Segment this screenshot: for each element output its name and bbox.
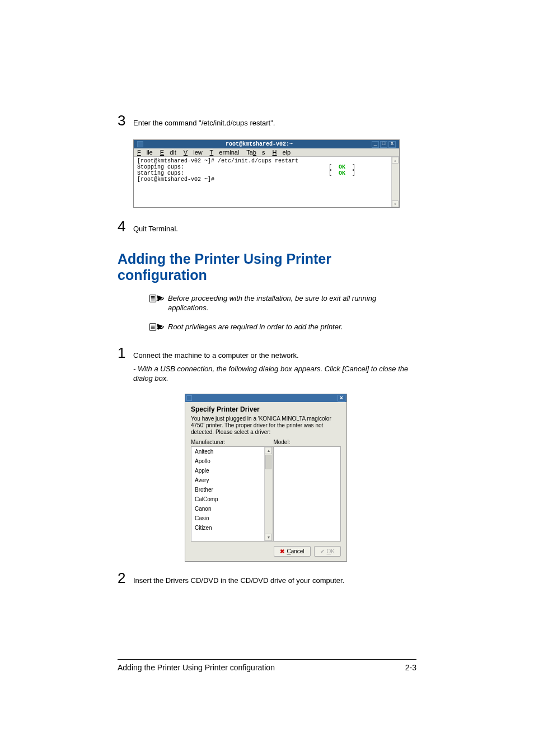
maximize-icon: □ (380, 141, 387, 148)
scroll-up-icon: ▴ (265, 447, 272, 454)
note-2-text: Root privileges are required in order to… (168, 321, 343, 334)
note-icon (149, 321, 168, 334)
note-1-text: Before proceeding with the installation,… (168, 292, 416, 313)
terminal-menubar: File Edit View Terminal Tabs Help (134, 148, 399, 157)
list-item: Citizen (191, 523, 273, 533)
list-item: Brother (191, 485, 273, 494)
terminal-title: root@kmtshared-v02:~ (147, 141, 372, 147)
svg-rect-5 (149, 323, 156, 330)
footer-left: Adding the Printer Using Printer configu… (118, 663, 275, 672)
terminal-title-icon (137, 141, 143, 147)
driver-dialog-screenshot: × Specify Printer Driver You have just p… (185, 394, 416, 562)
terminal-body: [root@kmtshared-v02 ~]# /etc/init.d/cups… (134, 157, 399, 207)
model-label: Model: (273, 439, 341, 445)
list-item: Anitech (191, 447, 273, 456)
section-heading: Adding the Printer Using Printer configu… (118, 251, 416, 283)
dialog-heading: Specify Printer Driver (185, 402, 346, 416)
list-item: Casio (191, 514, 273, 523)
ok-button: ✔ OK (314, 546, 341, 557)
step-4: 4 Quit Terminal. (118, 218, 416, 235)
list-scrollbar: ▴ ▾ (264, 447, 273, 541)
menu-tabs: Tabs (246, 149, 265, 156)
scroll-down-icon: ▾ (392, 200, 399, 207)
menu-view: View (184, 149, 203, 156)
dialog-title-icon (186, 395, 192, 401)
step-4-number: 4 (118, 218, 133, 235)
list-item: Canon (191, 504, 273, 514)
terminal-line-4: [root@kmtshared-v02 ~]# (137, 176, 396, 183)
minimize-icon: _ (372, 141, 379, 148)
list-item: Apollo (191, 456, 273, 466)
terminal-line-1: [root@kmtshared-v02 ~]# /etc/init.d/cups… (137, 158, 396, 164)
terminal-line-2: Stopping cups: [ OK ] (137, 164, 396, 170)
terminal-screenshot: root@kmtshared-v02:~ _ □ X File Edit Vie… (133, 139, 400, 208)
step-1-number: 1 (118, 344, 133, 362)
dialog-titlebar: × (185, 394, 346, 402)
dialog-description: You have just plugged in a 'KONICA MINOL… (185, 416, 346, 439)
menu-terminal: Terminal (210, 149, 240, 156)
step-3-number: 3 (118, 112, 133, 129)
scroll-down-icon: ▾ (265, 534, 272, 541)
page-footer: Adding the Printer Using Printer configu… (118, 659, 416, 672)
svg-rect-0 (149, 295, 156, 302)
note-exit-apps: Before proceeding with the installation,… (149, 292, 416, 313)
scroll-up-icon: ▴ (392, 157, 399, 164)
close-icon: X (388, 141, 396, 148)
list-item: Avery (191, 475, 273, 485)
list-item: CalComp (191, 494, 273, 504)
model-list (273, 446, 341, 542)
menu-file: File (137, 149, 153, 156)
step-3: 3 Enter the command "/etc/init.d/cups re… (118, 112, 416, 129)
step-1-text: Connect the machine to a computer or the… (133, 348, 416, 360)
manufacturer-label: Manufacturer: (191, 439, 273, 445)
note-root-priv: Root privileges are required in order to… (149, 321, 416, 334)
footer-right: 2-3 (405, 663, 416, 672)
dialog-close-icon: × (338, 395, 345, 402)
menu-edit: Edit (160, 149, 176, 156)
terminal-scrollbar: ▴ ▾ (391, 157, 399, 207)
cancel-button: ✖ Cancel (274, 546, 310, 557)
step-2-text: Insert the Drivers CD/DVD in the CD/DVD … (133, 573, 416, 585)
step-2-number: 2 (118, 570, 133, 587)
list-item: Apple (191, 466, 273, 475)
cancel-button-label: Cancel (287, 548, 304, 554)
ok-check-icon: ✔ (320, 548, 325, 554)
step-4-text: Quit Terminal. (133, 221, 416, 233)
step-2: 2 Insert the Drivers CD/DVD in the CD/DV… (118, 570, 416, 587)
manufacturer-list: Anitech Apollo Apple Avery Brother CalCo… (191, 446, 273, 542)
terminal-titlebar: root@kmtshared-v02:~ _ □ X (134, 140, 399, 148)
step-3-text: Enter the command "/etc/init.d/cups rest… (133, 115, 416, 127)
step-1: 1 Connect the machine to a computer or t… (118, 344, 416, 384)
ok-button-label: OK (327, 548, 335, 554)
terminal-line-3: Starting cups: [ OK ] (137, 170, 396, 176)
step-1-subtext: - With a USB connection, the following d… (133, 364, 416, 384)
cancel-x-icon: ✖ (280, 548, 284, 554)
note-icon (149, 292, 168, 313)
scroll-thumb (265, 455, 271, 469)
menu-help: Help (273, 149, 291, 156)
